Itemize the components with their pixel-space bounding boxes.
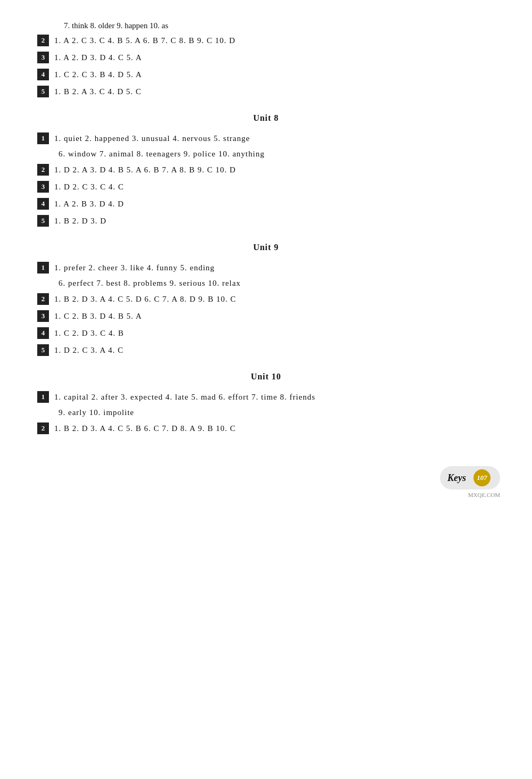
unit10-q1-row2: 9. early 10. impolite <box>32 408 500 417</box>
badge-1: 1 <box>37 262 49 274</box>
unit8-title: Unit 8 <box>32 113 500 123</box>
badge-5: 5 <box>37 86 49 97</box>
intro-line: 7. think 8. older 9. happen 10. as <box>32 21 500 30</box>
badge-3: 3 <box>37 52 49 63</box>
unit9-q2: 1. B 2. D 3. A 4. C 5. D 6. C 7. A 8. D … <box>54 295 236 304</box>
footer: Keys 107 MXQE.COM <box>32 466 500 498</box>
badge-2: 2 <box>37 164 49 176</box>
mxqe-label: MXQE.COM <box>32 492 500 498</box>
unit7-q4-row: 4 1. C 2. C 3. B 4. D 5. A <box>32 69 500 80</box>
page-number: 107 <box>473 469 491 486</box>
unit8-q4-row: 4 1. A 2. B 3. D 4. D <box>32 198 500 210</box>
badge-4: 4 <box>37 69 49 80</box>
unit8-q2-row: 2 1. D 2. A 3. D 4. B 5. A 6. B 7. A 8. … <box>32 164 500 176</box>
unit7-q2-row: 2 1. A 2. C 3. C 4. B 5. A 6. B 7. C 8. … <box>32 35 500 46</box>
unit8-q1-l1: 1. quiet 2. happened 3. unusual 4. nervo… <box>54 134 250 143</box>
unit8-q1-row2: 6. window 7. animal 8. teenagers 9. poli… <box>32 150 500 159</box>
badge-5: 5 <box>37 344 49 356</box>
badge-3: 3 <box>37 181 49 193</box>
unit9-title: Unit 9 <box>32 243 500 252</box>
unit9-q4-row: 4 1. C 2. D 3. C 4. B <box>32 327 500 339</box>
unit7-q2: 1. A 2. C 3. C 4. B 5. A 6. B 7. C 8. B … <box>54 36 235 45</box>
unit9-q5-row: 5 1. D 2. C 3. A 4. C <box>32 344 500 356</box>
unit7-q4: 1. C 2. C 3. B 4. D 5. A <box>54 70 142 79</box>
unit7-q5: 1. B 2. A 3. C 4. D 5. C <box>54 87 142 96</box>
unit9-section: Unit 9 1 1. prefer 2. cheer 3. like 4. f… <box>32 243 500 356</box>
unit8-q3: 1. D 2. C 3. C 4. C <box>54 183 124 192</box>
unit9-q1-l1: 1. prefer 2. cheer 3. like 4. funny 5. e… <box>54 263 215 272</box>
unit9-q1-row2: 6. perfect 7. best 8. problems 9. seriou… <box>32 279 500 288</box>
unit8-q4: 1. A 2. B 3. D 4. D <box>54 200 124 209</box>
unit10-section: Unit 10 1 1. capital 2. after 3. expecte… <box>32 372 500 434</box>
badge-2: 2 <box>37 293 49 305</box>
unit8-q5: 1. B 2. D 3. D <box>54 217 106 226</box>
badge-5: 5 <box>37 215 49 227</box>
badge-3: 3 <box>37 310 49 322</box>
badge-2: 2 <box>37 422 49 434</box>
badge-1: 1 <box>37 391 49 403</box>
badge-4: 4 <box>37 327 49 339</box>
keys-label: Keys <box>447 473 466 484</box>
unit10-q1-l1: 1. capital 2. after 3. expected 4. late … <box>54 393 315 402</box>
unit10-q2: 1. B 2. D 3. A 4. C 5. B 6. C 7. D 8. A … <box>54 424 236 433</box>
unit8-section: Unit 8 1 1. quiet 2. happened 3. unusual… <box>32 113 500 227</box>
badge-2: 2 <box>37 35 49 46</box>
unit10-q2-row: 2 1. B 2. D 3. A 4. C 5. B 6. C 7. D 8. … <box>32 422 500 434</box>
unit9-q3-row: 3 1. C 2. B 3. D 4. B 5. A <box>32 310 500 322</box>
unit8-q1-l2: 6. window 7. animal 8. teenagers 9. poli… <box>59 150 264 159</box>
unit8-q2: 1. D 2. A 3. D 4. B 5. A 6. B 7. A 8. B … <box>54 165 236 175</box>
unit9-q2-row: 2 1. B 2. D 3. A 4. C 5. D 6. C 7. A 8. … <box>32 293 500 305</box>
badge-4: 4 <box>37 198 49 210</box>
unit8-q5-row: 5 1. B 2. D 3. D <box>32 215 500 227</box>
unit9-q3: 1. C 2. B 3. D 4. B 5. A <box>54 312 142 321</box>
unit9-q1-l2: 6. perfect 7. best 8. problems 9. seriou… <box>59 279 241 288</box>
unit10-q1-l2: 9. early 10. impolite <box>59 408 134 417</box>
unit9-q4: 1. C 2. D 3. C 4. B <box>54 329 124 338</box>
unit8-q1-row: 1 1. quiet 2. happened 3. unusual 4. ner… <box>32 132 500 144</box>
unit9-q5: 1. D 2. C 3. A 4. C <box>54 346 123 355</box>
intro-text: 7. think 8. older 9. happen 10. as <box>64 21 168 30</box>
unit7-q3-row: 3 1. A 2. D 3. D 4. C 5. A <box>32 52 500 63</box>
unit7-q5-row: 5 1. B 2. A 3. C 4. D 5. C <box>32 86 500 97</box>
unit10-q1-row: 1 1. capital 2. after 3. expected 4. lat… <box>32 391 500 403</box>
unit7-q3: 1. A 2. D 3. D 4. C 5. A <box>54 53 142 62</box>
unit10-title: Unit 10 <box>32 372 500 382</box>
badge-1: 1 <box>37 132 49 144</box>
unit9-q1-row: 1 1. prefer 2. cheer 3. like 4. funny 5.… <box>32 262 500 274</box>
keys-badge: Keys 107 <box>440 466 500 490</box>
unit8-q3-row: 3 1. D 2. C 3. C 4. C <box>32 181 500 193</box>
